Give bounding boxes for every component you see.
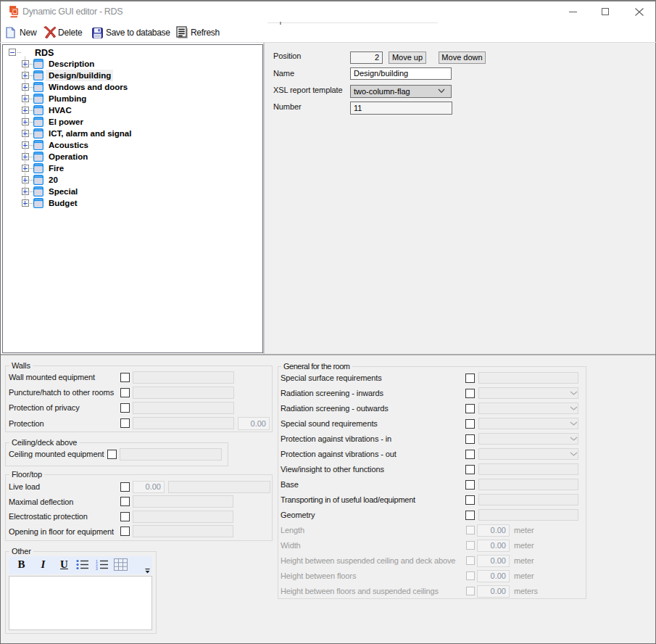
svg-text:3: 3 bbox=[96, 566, 98, 571]
